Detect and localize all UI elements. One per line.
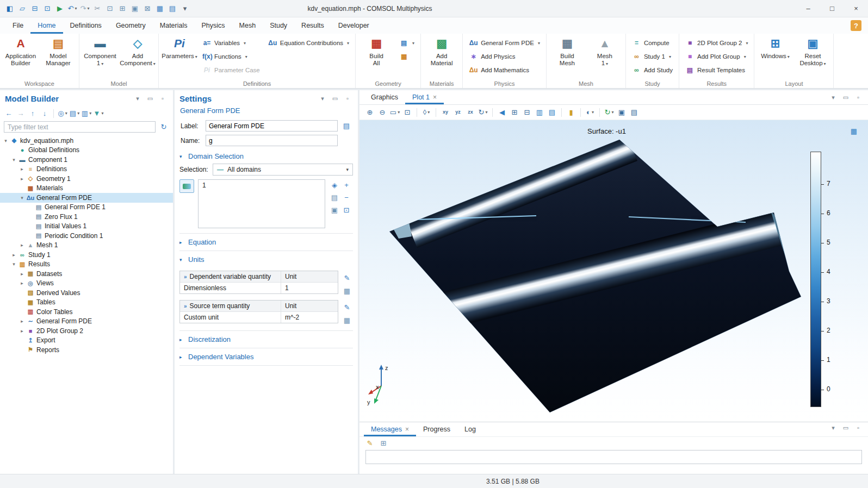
tree-collapse-icon[interactable]: ▾ [10,157,17,162]
snapshot-button[interactable]: ▣ [616,107,627,118]
build-all-button[interactable]: ▦BuildAll [359,35,394,79]
show-options-button[interactable]: ◎▾ [57,108,68,119]
panel-float-button[interactable]: ▭ [840,422,851,433]
zoom-in-button[interactable]: ⊕ [364,107,375,118]
edit-unit-button[interactable]: ✎ [341,272,353,283]
add-material-button[interactable]: ▩AddMaterial [424,35,459,79]
panel-pin-button[interactable]: ▫ [157,93,168,104]
forward-button[interactable]: → [15,108,26,119]
dock-window-button[interactable]: ▤ [547,107,557,118]
zoom-out-button[interactable]: ⊖ [377,107,388,118]
tree-filter-button[interactable]: ▼▾ [93,108,104,119]
tree-item-mesh-1[interactable]: ▸▲Mesh 1 [0,241,173,251]
add-physics-button[interactable]: ∗Add Physics [466,50,543,63]
rename-button[interactable]: ▤ [341,121,352,132]
tree-expand-icon[interactable]: ▸ [18,176,26,182]
maximize-button[interactable]: □ [820,0,844,17]
minimize-button[interactable]: – [796,0,820,17]
tree-item-derived-values[interactable]: ▧Derived Values [0,288,173,298]
menu-tab-home[interactable]: Home [30,17,63,34]
refresh-button[interactable]: ↻ [158,122,169,133]
discretization-header[interactable]: Discretization [179,332,353,347]
table-tools-button[interactable]: ▤ [167,3,178,14]
tree-item-periodic-condition-1[interactable]: ▤Periodic Condition 1 [0,231,173,241]
menu-tab-physics[interactable]: Physics [194,17,232,34]
name-input[interactable] [206,135,338,146]
reset-desktop-button[interactable]: ▣ResetDesktop▾ [795,35,830,79]
add-mathematics-button[interactable]: ΔuAdd Mathematics [466,64,543,77]
tree-expand-icon[interactable]: ▸ [18,166,26,172]
cut-button[interactable]: ✂ [92,3,103,14]
add-plot-group-button[interactable]: ■Add Plot Group▾ [683,50,751,63]
tree-item-general-form-pde-1[interactable]: ▤General Form PDE 1 [0,203,173,212]
duplicate-button[interactable]: ⊞ [117,3,128,14]
panel-pin-button[interactable]: ▫ [853,92,864,103]
units-header[interactable]: Units [179,252,353,267]
plot-settings-button[interactable]: ▦ [848,126,859,136]
remove-from-selection-button[interactable]: − [341,192,352,203]
tree-item-general-form-pde[interactable]: ▸∼General Form PDE [0,317,173,327]
mesh-1-button[interactable]: ▲Mesh1▾ [587,35,622,79]
tree-item-tables[interactable]: ▦Tables [0,298,173,308]
tree-item-views[interactable]: ▸◎Views [0,279,173,289]
menu-tab-mesh[interactable]: Mesh [232,17,263,34]
expand-marker-icon[interactable]: » [184,274,187,280]
messages-tab-log[interactable]: Log [457,422,483,436]
panel-menu-button[interactable]: ▾ [828,422,839,433]
search-model-button[interactable]: ⊡ [42,3,53,14]
panel-float-button[interactable]: ▭ [145,93,156,104]
panel-float-button[interactable]: ▭ [330,93,340,104]
help-button[interactable]: ? [851,20,861,31]
tree-item-component-1[interactable]: ▾▬Component 1 [0,155,173,165]
view-xy-button[interactable]: xy [440,107,451,118]
paste-selection-button[interactable]: ▣ [329,204,340,215]
equation-header[interactable]: Equation [179,235,353,249]
geometry-parameters-button[interactable]: ▦ [396,50,417,63]
panel-menu-button[interactable]: ▾ [317,93,328,104]
tree-item-reports[interactable]: ⚑Reports [0,345,173,355]
add-study-button[interactable]: ∞Add Study [629,64,675,77]
tree-collapse-icon[interactable]: ▾ [10,261,17,267]
compare-button[interactable]: ▦ [154,3,165,14]
tree-expand-icon[interactable]: ▸ [18,271,26,277]
2d-plot-group-2-button[interactable]: ■2D Plot Group 2▾ [683,36,751,49]
model-manager-button[interactable]: ▤ModelManager [41,35,76,79]
paste-button[interactable]: ▣ [129,3,140,14]
tree-expand-icon[interactable]: ▸ [10,252,17,258]
tree-expand-icon[interactable]: ▸ [18,328,26,334]
update-plot-button[interactable]: ↻▾ [604,107,615,118]
windows-button[interactable]: ⊞Windows▾ [758,35,792,79]
panel-menu-button[interactable]: ▾ [132,93,143,104]
panel-menu-button[interactable]: ▾ [828,92,839,103]
view-yz-button[interactable]: yz [452,107,463,118]
go-to-default-view-button[interactable]: ◊▾ [421,107,432,118]
tree-item-2d-plot-group-2[interactable]: ▸■2D Plot Group 2 [0,326,173,336]
label-input[interactable] [206,120,338,132]
component-1-button[interactable]: ▬Component1▾ [83,35,117,79]
data-to-table-button[interactable]: ⊟ [522,107,532,118]
tree-expand-icon[interactable]: ▸ [18,318,26,324]
image-to-clipboard-button[interactable]: ⊞ [509,107,520,118]
parameter-case-button[interactable]: PiParameter Case [200,64,263,77]
messages-output[interactable] [365,450,862,464]
tree-item-kdv-equation-mph[interactable]: ▾◆kdv_equation.mph [0,136,173,146]
application-builder-button[interactable]: AApplicationBuilder [3,35,38,79]
panel-float-button[interactable]: ▭ [840,92,851,103]
graphics-tab-graphics[interactable]: Graphics [364,90,405,104]
functions-button[interactable]: f(x)Functions▾ [200,50,263,63]
menu-tab-definitions[interactable]: Definitions [63,17,109,34]
filter-input[interactable] [4,121,156,133]
scene-light-button[interactable]: ◐▾ [585,107,596,118]
messages-tab-messages[interactable]: Messages× [364,422,416,436]
edit-unit-button[interactable]: ✎ [341,302,353,312]
close-icon[interactable]: × [405,426,409,433]
tree-item-export[interactable]: ↥Export [0,336,173,346]
variables-button[interactable]: a=Variables▾ [200,36,263,49]
tree-item-global-definitions[interactable]: ●Global Definitions [0,146,173,155]
tree-item-zero-flux-1[interactable]: ▤Zero Flux 1 [0,212,173,222]
move-down-button[interactable]: ↓ [39,108,50,119]
graphics-tab-plot-1[interactable]: Plot 1× [405,90,444,104]
zoom-extents-button[interactable]: ⊡ [402,107,413,118]
node-text-button[interactable]: ▤▾ [69,108,80,119]
tree-expand-icon[interactable]: ▸ [18,242,26,248]
